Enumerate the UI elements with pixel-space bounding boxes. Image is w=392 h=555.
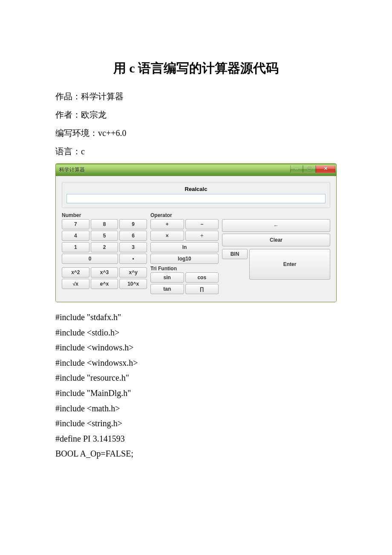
code-line: #include <math.h> bbox=[55, 401, 337, 416]
code-block: #include "stdafx.h" #include <stdio.h> #… bbox=[55, 310, 337, 462]
code-line: #include "stdafx.h" bbox=[55, 310, 337, 325]
code-line: #include <string.h> bbox=[55, 416, 337, 431]
minimize-button[interactable]: ─ bbox=[290, 165, 303, 173]
num-2-button[interactable]: 2 bbox=[91, 242, 118, 252]
x-pow-y-button[interactable]: x^y bbox=[119, 267, 147, 278]
calculator-window: 科学计算器 ─ ▢ ✕ Realcalc Number 7 8 9 bbox=[55, 163, 337, 302]
meta-lang: 语言：c bbox=[55, 142, 337, 161]
num-4-button[interactable]: 4 bbox=[62, 231, 89, 241]
meta-env: 编写环境：vc++6.0 bbox=[55, 124, 337, 142]
tan-button[interactable]: tan bbox=[150, 284, 184, 294]
close-button[interactable]: ✕ bbox=[316, 165, 335, 173]
number-label: Number bbox=[62, 212, 147, 218]
code-line: #include <windowsx.h> bbox=[55, 356, 337, 371]
tri-label: Tri Funtion bbox=[150, 266, 219, 272]
bin-button[interactable]: BIN bbox=[222, 249, 248, 259]
num-1-button[interactable]: 1 bbox=[62, 242, 89, 252]
number-column: Number 7 8 9 4 5 6 1 2 3 0 • bbox=[62, 212, 147, 289]
num-8-button[interactable]: 8 bbox=[91, 219, 118, 229]
window-controls: ─ ▢ ✕ bbox=[290, 165, 335, 174]
code-line: #include "resource.h" bbox=[55, 370, 337, 386]
log10-button[interactable]: log10 bbox=[150, 254, 219, 264]
window-title: 科学计算器 bbox=[59, 166, 85, 173]
code-line: #include <windows.h> bbox=[55, 340, 337, 356]
clear-button[interactable]: Clear bbox=[222, 234, 330, 246]
client-area: Realcalc Number 7 8 9 4 5 6 1 2 bbox=[56, 176, 336, 302]
num-6-button[interactable]: 6 bbox=[119, 231, 147, 241]
code-line: #include <stdio.h> bbox=[55, 325, 337, 341]
multiply-button[interactable]: × bbox=[150, 231, 184, 241]
display-input[interactable] bbox=[66, 194, 326, 203]
decimal-button[interactable]: • bbox=[119, 254, 147, 264]
meta-work: 作品：科学计算器 bbox=[55, 87, 337, 106]
meta-author: 作者：欧宗龙 bbox=[55, 106, 337, 124]
x-cubed-button[interactable]: x^3 bbox=[91, 267, 118, 278]
ten-pow-x-button[interactable]: 10^x bbox=[119, 279, 147, 289]
divide-button[interactable]: ÷ bbox=[185, 231, 219, 241]
maximize-icon: ▢ bbox=[307, 166, 311, 171]
num-0-button[interactable]: 0 bbox=[62, 254, 118, 264]
cos-button[interactable]: cos bbox=[185, 272, 219, 283]
num-5-button[interactable]: 5 bbox=[91, 231, 118, 241]
num-7-button[interactable]: 7 bbox=[62, 219, 89, 229]
minimize-icon: ─ bbox=[295, 166, 298, 171]
doc-title: 用 c 语言编写的计算器源代码 bbox=[55, 60, 337, 77]
back-button[interactable]: ← bbox=[222, 219, 330, 232]
realcalc-label: Realcalc bbox=[66, 186, 326, 194]
minus-button[interactable]: − bbox=[185, 219, 219, 229]
maximize-button: ▢ bbox=[303, 165, 316, 173]
close-icon: ✕ bbox=[324, 166, 328, 171]
e-pow-x-button[interactable]: e^x bbox=[91, 279, 118, 289]
pi-button[interactable]: ∏ bbox=[185, 284, 219, 294]
enter-button[interactable]: Enter bbox=[249, 249, 330, 280]
num-9-button[interactable]: 9 bbox=[119, 219, 147, 229]
operator-label: Operator bbox=[150, 212, 219, 218]
realcalc-group: Realcalc bbox=[62, 182, 330, 208]
num-3-button[interactable]: 3 bbox=[119, 242, 147, 252]
sin-button[interactable]: sin bbox=[150, 272, 184, 283]
x-squared-button[interactable]: x^2 bbox=[62, 267, 89, 278]
operator-column: Operator + − × ÷ ln log10 Tri Funtion si… bbox=[150, 212, 219, 294]
code-line: #include "MainDlg.h" bbox=[55, 386, 337, 401]
code-line: BOOL A_Op=FALSE; bbox=[55, 446, 337, 462]
right-column: x ← Clear BIN Enter bbox=[222, 212, 330, 280]
window-titlebar[interactable]: 科学计算器 ─ ▢ ✕ bbox=[56, 164, 336, 176]
plus-button[interactable]: + bbox=[150, 219, 184, 229]
code-line: #define PI 3.141593 bbox=[55, 431, 337, 447]
ln-button[interactable]: ln bbox=[150, 242, 219, 252]
sqrt-button[interactable]: √x bbox=[62, 279, 89, 289]
